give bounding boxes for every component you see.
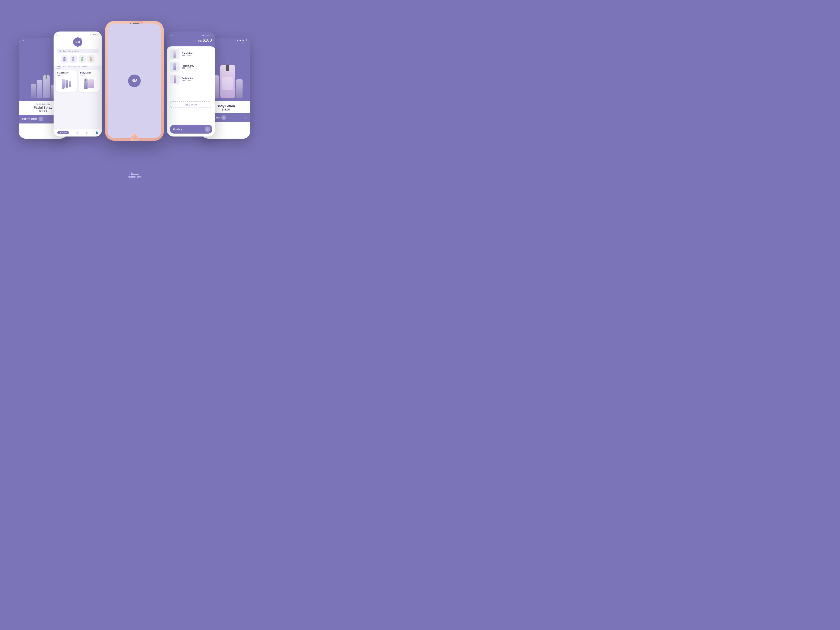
watermark-arabic: مستقل [128,172,141,175]
phone-main-outer: NM [105,21,164,141]
nm-avatar-browse: NM [73,37,82,47]
cat-icon-3 [79,55,86,63]
tab-personal-care[interactable]: Personal Care [68,66,81,68]
cart-header: 9:41 ▲▲▲ WiFi 🔋 Total $100 [167,32,215,46]
products-grid: Facial Spray $20.29 Body Lotion $33.29 [54,70,102,92]
cart-items: Foundation $30 300ML Facial Spray [170,49,212,87]
rc-status: 9:41 ▲▲▲ WiFi 🔋 [170,35,212,36]
search-bar[interactable]: 🔍 Search for products [57,49,99,53]
time-cl: 9:41 [57,34,59,36]
top-icons-right: ▲▲▲ WiFi 🔋 [237,39,247,41]
bottle-tall [43,75,50,98]
browse-header: 9:41 ▲▲▲ WiFi 🔋 NM 🔍 Search for products [54,32,102,66]
phone-home-button[interactable] [131,134,138,141]
item-img-facial [170,62,180,72]
cat-icon-2 [70,55,77,63]
tab-others[interactable]: Others [82,66,88,68]
item-img-lotion [170,74,180,84]
item-img-foundation [170,49,180,59]
item-info-lotion: BodyLotion $20 240ML [182,77,193,82]
cl-status: 9:41 ▲▲▲ WiFi 🔋 [57,34,99,36]
nav-cart-icon[interactable]: 🛒 [76,131,79,134]
cart-item-facial-spray: Facial Spray $50 150ML [170,62,212,72]
lotion-extra [236,79,243,98]
card-cart: 9:41 ▲▲▲ WiFi 🔋 Total $100 [167,32,215,136]
nav-profile-icon[interactable]: 👤 [96,131,98,134]
status-bar-left: 9:41 [21,39,25,41]
bottle-small [31,84,36,98]
time-left: 9:41 [21,39,25,41]
scene: 9:41 ▲▲▲ WiFi 🔋 SALE MARIO BADESCU Facia… [19,21,250,181]
watermark: مستقل mostaql.com [128,172,141,178]
search-placeholder: Search for products [63,50,79,52]
cart-inner: 9:41 ▲▲▲ WiFi 🔋 Total $100 [167,32,215,136]
search-icon: 🔍 [59,50,61,52]
category-icons [57,55,99,63]
nav-send-icon[interactable]: ▷ [86,131,88,134]
cart-white-section: Foundation $30 300ML Facial Spray [167,46,215,136]
sale-badge-right: SALE [240,41,247,44]
phone-main-screen: NM [107,24,161,138]
prod-img-lotion [80,77,98,90]
watermark-latin: mostaql.com [128,175,141,178]
coupon-button[interactable]: Apply coupon [170,101,212,108]
card-browse: 9:41 ▲▲▲ WiFi 🔋 NM 🔍 Search for products [54,32,102,136]
lotion-label [223,77,233,90]
cart-circle-right: › [221,115,226,120]
cart-item-foundation: Foundation $30 300ML [170,49,212,59]
cl-status-icons: ▲▲▲ WiFi 🔋 [88,34,99,36]
product-card-body-lotion[interactable]: Body Lotion $33.29 [79,70,100,92]
product-card-facial-spray[interactable]: Facial Spray $20.29 [56,70,77,92]
bottom-nav: 🏠 Home 🛒 ▷ 👤 [54,129,102,136]
cart-total: Total $100 [170,38,212,43]
item-info-facial: Facial Spray $50 150ML [182,65,194,69]
main-screen-avatar: NM [128,74,141,87]
nav-home[interactable]: 🏠 Home [57,131,69,134]
cat-icon-4 [87,55,95,63]
time-rc: 9:41 [170,35,173,36]
home-icon: 🏠 [59,132,62,134]
cat-icon-1 [61,55,68,63]
cart-item-body-lotion: BodyLotion $20 240ML [170,74,212,84]
tab-hair[interactable]: Hair [63,66,66,68]
lotion-main [220,65,235,98]
continue-button[interactable]: Continue › [170,125,212,134]
continue-circle: › [205,126,210,132]
prod-img-facial [57,77,75,90]
cart-icon-right: 🛒 [243,116,247,119]
category-tabs: Skin Hair Personal Care Others [54,66,102,70]
add-to-cart-left[interactable]: ADD TO CART › [22,117,43,122]
tab-skin[interactable]: Skin [57,66,60,68]
cart-circle-left: › [39,117,43,122]
bottle-mid [37,80,42,98]
phone-main-wrapper: NM [105,21,164,141]
item-info-foundation: Foundation $30 300ML [182,52,193,57]
product-images-left [31,75,55,98]
